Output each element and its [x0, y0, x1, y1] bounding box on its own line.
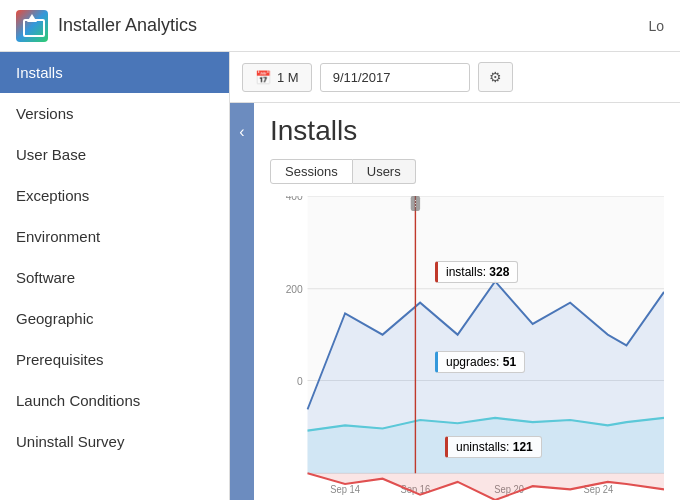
svg-text:⋮: ⋮: [412, 199, 419, 209]
settings-button[interactable]: ⚙: [478, 62, 513, 92]
sidebar-item-installs[interactable]: Installs: [0, 52, 229, 93]
page-title: Installs: [270, 115, 664, 147]
main-layout: InstallsVersionsUser BaseExceptionsEnvir…: [0, 52, 680, 500]
sidebar-item-prerequisites[interactable]: Prerequisites: [0, 339, 229, 380]
sidebar-item-geographic[interactable]: Geographic: [0, 298, 229, 339]
tab-sessions[interactable]: Sessions: [270, 159, 353, 184]
sidebar-item-exceptions[interactable]: Exceptions: [0, 175, 229, 216]
sidebar-collapse-button[interactable]: ‹: [230, 103, 254, 500]
sidebar-item-launch-conditions[interactable]: Launch Conditions: [0, 380, 229, 421]
svg-text:200: 200: [286, 282, 303, 295]
period-label: 1 M: [277, 70, 299, 85]
toolbar: 📅 1 M ⚙: [230, 52, 680, 103]
calendar-icon: 📅: [255, 70, 271, 85]
header-left: Installer Analytics: [16, 10, 197, 42]
app-title: Installer Analytics: [58, 15, 197, 36]
header-login[interactable]: Lo: [648, 18, 664, 34]
sidebar-item-uninstall-survey[interactable]: Uninstall Survey: [0, 421, 229, 462]
sidebar-item-environment[interactable]: Environment: [0, 216, 229, 257]
main-panel: 📅 1 M ⚙ ‹ Installs SessionsUsers: [230, 52, 680, 500]
chart-container: 400 200 0 Sep 14 Sep 16 Sep 20 Sep 24: [270, 196, 664, 500]
sidebar: InstallsVersionsUser BaseExceptionsEnvir…: [0, 52, 230, 500]
period-button[interactable]: 📅 1 M: [242, 63, 312, 92]
date-range-input[interactable]: [320, 63, 470, 92]
svg-text:400: 400: [286, 196, 303, 202]
content-area: ‹ Installs SessionsUsers: [230, 103, 680, 500]
chart-svg: 400 200 0 Sep 14 Sep 16 Sep 20 Sep 24: [270, 196, 664, 500]
sidebar-item-software[interactable]: Software: [0, 257, 229, 298]
tab-users[interactable]: Users: [353, 159, 416, 184]
settings-icon: ⚙: [489, 69, 502, 85]
app-header: Installer Analytics Lo: [0, 0, 680, 52]
svg-text:0: 0: [297, 374, 303, 387]
tab-bar: SessionsUsers: [270, 159, 664, 184]
app-logo-icon: [16, 10, 48, 42]
sidebar-item-user-base[interactable]: User Base: [0, 134, 229, 175]
chart-panel: Installs SessionsUsers 400: [254, 103, 680, 500]
sidebar-item-versions[interactable]: Versions: [0, 93, 229, 134]
